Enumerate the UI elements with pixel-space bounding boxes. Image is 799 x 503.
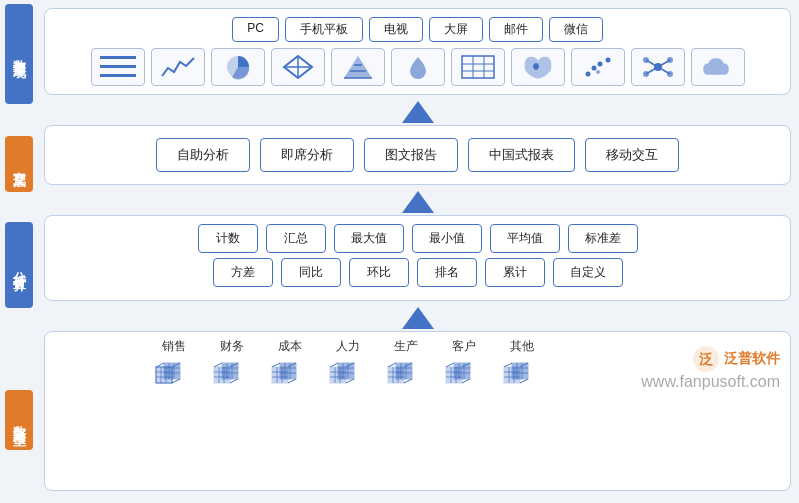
cube-other — [500, 359, 544, 397]
display-tag-email: 邮件 — [489, 17, 543, 42]
panel-model: 销售 — [44, 331, 791, 491]
svg-line-119 — [504, 363, 512, 367]
arrow-2 — [44, 189, 791, 215]
logo-icon: 泛 — [692, 345, 720, 373]
svg-marker-7 — [344, 56, 372, 78]
svg-line-95 — [404, 379, 412, 383]
icon-box-lines — [91, 48, 145, 86]
arrow-up-3 — [402, 307, 434, 329]
icon-box-drop — [391, 48, 445, 86]
sidebar-label-calc: 分析计算 — [5, 222, 33, 308]
cloud-icon — [700, 54, 736, 80]
calc-rank: 排名 — [417, 258, 477, 287]
svg-line-43 — [172, 379, 180, 383]
model-item-prod: 生产 — [384, 338, 428, 397]
display-tag-pc: PC — [232, 17, 279, 42]
calc-row-1: 计数 汇总 最大值 最小值 平均值 标准差 — [55, 224, 780, 253]
logo-text: 泛普软件 — [724, 350, 780, 368]
model-item-sales: 销售 — [152, 338, 196, 397]
calc-yoy: 同比 — [281, 258, 341, 287]
calc-std: 标准差 — [568, 224, 638, 253]
icon-box-node — [631, 48, 685, 86]
svg-line-54 — [214, 363, 222, 367]
svg-line-67 — [272, 363, 280, 367]
cube-cost — [268, 359, 312, 397]
model-label-hr: 人力 — [336, 338, 360, 355]
svg-line-93 — [388, 363, 396, 367]
svg-point-16 — [585, 72, 590, 77]
svg-line-82 — [346, 379, 354, 383]
calc-sum: 汇总 — [266, 224, 326, 253]
svg-rect-45 — [222, 363, 238, 379]
svg-rect-84 — [396, 363, 412, 379]
calc-row-2: 方差 同比 环比 排名 累计 自定义 — [55, 258, 780, 287]
svg-rect-71 — [338, 363, 354, 379]
arrow-up-2 — [402, 191, 434, 213]
icon-box-map — [511, 48, 565, 86]
icon-box-pie — [211, 48, 265, 86]
svg-line-106 — [446, 363, 454, 367]
cube-sales — [152, 359, 196, 397]
display-tag-wechat: 微信 — [549, 17, 603, 42]
interact-tag-instant: 即席分析 — [260, 138, 354, 172]
icon-box-scatter — [571, 48, 625, 86]
icon-box-diamond — [271, 48, 325, 86]
logo-url: www.fanpusoft.com — [641, 373, 780, 391]
svg-rect-110 — [512, 363, 528, 379]
arrow-up-1 — [402, 101, 434, 123]
display-tags-row: PC 手机平板 电视 大屏 邮件 微信 — [55, 17, 780, 42]
pyramid-icon — [340, 54, 376, 80]
pie-icon — [220, 54, 256, 80]
model-item-customer: 客户 — [442, 338, 486, 397]
svg-point-20 — [596, 70, 600, 74]
lines-icon — [100, 54, 136, 80]
svg-point-17 — [591, 66, 596, 71]
svg-line-108 — [462, 379, 470, 383]
calc-mom: 环比 — [349, 258, 409, 287]
svg-rect-11 — [462, 56, 494, 78]
icon-box-pyramid — [331, 48, 385, 86]
calc-cumul: 累计 — [485, 258, 545, 287]
model-label-sales: 销售 — [162, 338, 186, 355]
display-tag-mobile: 手机平板 — [285, 17, 363, 42]
calc-max: 最大值 — [334, 224, 404, 253]
sidebar-label-interact: 交互层 — [5, 136, 33, 192]
svg-line-80 — [330, 363, 338, 367]
model-label-customer: 客户 — [452, 338, 476, 355]
drop-icon — [400, 54, 436, 80]
model-item-other: 其他 — [500, 338, 544, 397]
display-tag-bigscreen: 大屏 — [429, 17, 483, 42]
svg-point-18 — [597, 62, 602, 67]
model-item-finance: 财务 — [210, 338, 254, 397]
svg-line-41 — [156, 363, 164, 367]
calc-avg: 平均值 — [490, 224, 560, 253]
model-label-finance: 财务 — [220, 338, 244, 355]
icon-box-cloud — [691, 48, 745, 86]
svg-rect-58 — [280, 363, 296, 379]
main-content: PC 手机平板 电视 大屏 邮件 微信 — [38, 0, 799, 503]
icon-box-wave — [151, 48, 205, 86]
svg-point-19 — [605, 58, 610, 63]
sidebar-label-display: 数据展现 — [5, 4, 33, 104]
display-tag-tv: 电视 — [369, 17, 423, 42]
svg-line-69 — [288, 379, 296, 383]
panel-interact: 自助分析 即席分析 图文报告 中国式报表 移动交互 — [44, 125, 791, 185]
svg-rect-0 — [100, 56, 136, 59]
calc-custom: 自定义 — [553, 258, 623, 287]
wave-icon — [160, 54, 196, 80]
model-item-cost: 成本 — [268, 338, 312, 397]
svg-line-121 — [520, 379, 528, 383]
svg-line-56 — [230, 379, 238, 383]
calc-count: 计数 — [198, 224, 258, 253]
svg-rect-2 — [100, 74, 136, 77]
interact-tag-self: 自助分析 — [156, 138, 250, 172]
model-label-other: 其他 — [510, 338, 534, 355]
scatter-icon — [580, 54, 616, 80]
interact-tag-report: 图文报告 — [364, 138, 458, 172]
interact-tag-mobile: 移动交互 — [585, 138, 679, 172]
svg-rect-97 — [454, 363, 470, 379]
arrow-3 — [44, 305, 791, 331]
model-item-hr: 人力 — [326, 338, 370, 397]
sidebar-label-model: 数据模型 — [5, 390, 33, 450]
cube-finance — [210, 359, 254, 397]
